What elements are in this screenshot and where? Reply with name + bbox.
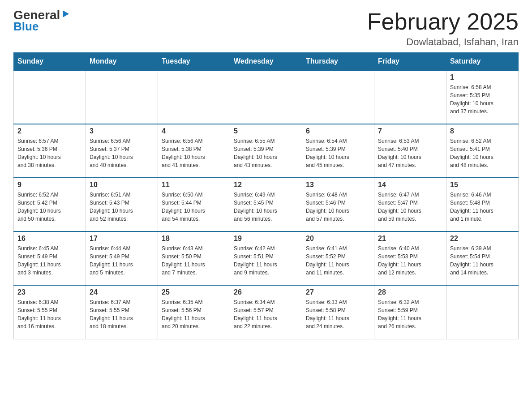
calendar-cell-w2-d3: 4Sunrise: 6:56 AM Sunset: 5:38 PM Daylig…: [158, 124, 230, 178]
day-info: Sunrise: 6:35 AM Sunset: 5:56 PM Dayligh…: [162, 298, 226, 330]
calendar-cell-w2-d6: 7Sunrise: 6:53 AM Sunset: 5:40 PM Daylig…: [374, 124, 446, 178]
day-info: Sunrise: 6:57 AM Sunset: 5:36 PM Dayligh…: [17, 137, 82, 169]
calendar-cell-w4-d2: 17Sunrise: 6:44 AM Sunset: 5:49 PM Dayli…: [86, 231, 158, 285]
calendar-cell-w3-d1: 9Sunrise: 6:52 AM Sunset: 5:42 PM Daylig…: [14, 178, 86, 231]
logo-area: General Blue: [13, 9, 69, 34]
calendar-cell-w2-d4: 5Sunrise: 6:55 AM Sunset: 5:39 PM Daylig…: [230, 124, 302, 178]
day-info: Sunrise: 6:45 AM Sunset: 5:49 PM Dayligh…: [17, 244, 82, 277]
day-info: Sunrise: 6:49 AM Sunset: 5:45 PM Dayligh…: [234, 191, 298, 223]
calendar-week-3: 9Sunrise: 6:52 AM Sunset: 5:42 PM Daylig…: [14, 178, 519, 231]
day-info: Sunrise: 6:50 AM Sunset: 5:44 PM Dayligh…: [162, 191, 226, 223]
col-tuesday: Tuesday: [158, 53, 230, 71]
day-number: 7: [378, 127, 442, 135]
calendar-cell-w1-d6: [374, 70, 446, 124]
calendar-cell-w4-d7: 22Sunrise: 6:39 AM Sunset: 5:54 PM Dayli…: [446, 231, 519, 285]
day-number: 22: [450, 235, 515, 243]
day-number: 12: [234, 181, 298, 189]
calendar-cell-w3-d4: 12Sunrise: 6:49 AM Sunset: 5:45 PM Dayli…: [230, 178, 302, 231]
col-friday: Friday: [374, 53, 446, 71]
calendar-week-4: 16Sunrise: 6:45 AM Sunset: 5:49 PM Dayli…: [14, 231, 519, 285]
day-number: 1: [450, 73, 515, 81]
calendar-cell-w5-d7: [446, 285, 519, 339]
calendar-cell-w2-d5: 6Sunrise: 6:54 AM Sunset: 5:39 PM Daylig…: [302, 124, 374, 178]
page: General Blue February 2025 Dowlatabad, I…: [0, 0, 532, 348]
day-info: Sunrise: 6:43 AM Sunset: 5:50 PM Dayligh…: [162, 244, 226, 277]
day-number: 11: [162, 181, 226, 189]
calendar-cell-w3-d6: 14Sunrise: 6:47 AM Sunset: 5:47 PM Dayli…: [374, 178, 446, 231]
day-number: 21: [378, 235, 442, 243]
calendar-cell-w4-d3: 18Sunrise: 6:43 AM Sunset: 5:50 PM Dayli…: [158, 231, 230, 285]
day-number: 8: [450, 127, 515, 135]
calendar-cell-w1-d7: 1Sunrise: 6:58 AM Sunset: 5:35 PM Daylig…: [446, 70, 519, 124]
col-sunday: Sunday: [14, 53, 86, 71]
col-wednesday: Wednesday: [230, 53, 302, 71]
calendar-cell-w2-d1: 2Sunrise: 6:57 AM Sunset: 5:36 PM Daylig…: [14, 124, 86, 178]
calendar-cell-w4-d6: 21Sunrise: 6:40 AM Sunset: 5:53 PM Dayli…: [374, 231, 446, 285]
day-info: Sunrise: 6:52 AM Sunset: 5:41 PM Dayligh…: [450, 137, 515, 169]
calendar-week-2: 2Sunrise: 6:57 AM Sunset: 5:36 PM Daylig…: [14, 124, 519, 178]
day-info: Sunrise: 6:39 AM Sunset: 5:54 PM Dayligh…: [450, 244, 515, 277]
day-info: Sunrise: 6:38 AM Sunset: 5:55 PM Dayligh…: [17, 298, 82, 330]
title-area: February 2025 Dowlatabad, Isfahan, Iran: [367, 9, 519, 48]
day-info: Sunrise: 6:40 AM Sunset: 5:53 PM Dayligh…: [378, 244, 442, 277]
day-number: 15: [450, 181, 515, 189]
calendar-table: Sunday Monday Tuesday Wednesday Thursday…: [13, 52, 519, 339]
day-number: 23: [17, 288, 82, 296]
logo-blue: Blue: [13, 20, 39, 34]
day-number: 25: [162, 288, 226, 296]
day-info: Sunrise: 6:37 AM Sunset: 5:55 PM Dayligh…: [90, 298, 154, 330]
day-number: 16: [17, 235, 82, 243]
calendar-cell-w3-d2: 10Sunrise: 6:51 AM Sunset: 5:43 PM Dayli…: [86, 178, 158, 231]
day-number: 13: [306, 181, 370, 189]
day-number: 19: [234, 235, 298, 243]
day-number: 20: [306, 235, 370, 243]
day-info: Sunrise: 6:58 AM Sunset: 5:35 PM Dayligh…: [450, 83, 515, 116]
calendar-cell-w3-d7: 15Sunrise: 6:46 AM Sunset: 5:48 PM Dayli…: [446, 178, 519, 231]
day-number: 3: [90, 127, 154, 135]
svg-marker-0: [63, 10, 69, 17]
day-info: Sunrise: 6:42 AM Sunset: 5:51 PM Dayligh…: [234, 244, 298, 277]
day-info: Sunrise: 6:33 AM Sunset: 5:58 PM Dayligh…: [306, 298, 370, 330]
day-info: Sunrise: 6:47 AM Sunset: 5:47 PM Dayligh…: [378, 191, 442, 223]
calendar-week-5: 23Sunrise: 6:38 AM Sunset: 5:55 PM Dayli…: [14, 285, 519, 339]
calendar-cell-w5-d4: 26Sunrise: 6:34 AM Sunset: 5:57 PM Dayli…: [230, 285, 302, 339]
day-number: 28: [378, 288, 442, 296]
day-number: 17: [90, 235, 154, 243]
day-number: 6: [306, 127, 370, 135]
day-number: 9: [17, 181, 82, 189]
calendar-cell-w3-d3: 11Sunrise: 6:50 AM Sunset: 5:44 PM Dayli…: [158, 178, 230, 231]
day-info: Sunrise: 6:54 AM Sunset: 5:39 PM Dayligh…: [306, 137, 370, 169]
calendar-header-row: Sunday Monday Tuesday Wednesday Thursday…: [14, 53, 519, 71]
day-info: Sunrise: 6:53 AM Sunset: 5:40 PM Dayligh…: [378, 137, 442, 169]
col-saturday: Saturday: [446, 53, 519, 71]
calendar-cell-w5-d2: 24Sunrise: 6:37 AM Sunset: 5:55 PM Dayli…: [86, 285, 158, 339]
calendar-cell-w3-d5: 13Sunrise: 6:48 AM Sunset: 5:46 PM Dayli…: [302, 178, 374, 231]
calendar-cell-w1-d3: [158, 70, 230, 124]
day-info: Sunrise: 6:34 AM Sunset: 5:57 PM Dayligh…: [234, 298, 298, 330]
day-info: Sunrise: 6:56 AM Sunset: 5:37 PM Dayligh…: [90, 137, 154, 169]
calendar-cell-w2-d2: 3Sunrise: 6:56 AM Sunset: 5:37 PM Daylig…: [86, 124, 158, 178]
day-number: 24: [90, 288, 154, 296]
day-number: 5: [234, 127, 298, 135]
col-monday: Monday: [86, 53, 158, 71]
calendar-cell-w1-d4: [230, 70, 302, 124]
month-title: February 2025: [367, 9, 519, 34]
calendar-cell-w4-d4: 19Sunrise: 6:42 AM Sunset: 5:51 PM Dayli…: [230, 231, 302, 285]
day-number: 14: [378, 181, 442, 189]
day-number: 18: [162, 235, 226, 243]
calendar-cell-w4-d5: 20Sunrise: 6:41 AM Sunset: 5:52 PM Dayli…: [302, 231, 374, 285]
header: General Blue February 2025 Dowlatabad, I…: [13, 9, 519, 48]
day-info: Sunrise: 6:46 AM Sunset: 5:48 PM Dayligh…: [450, 191, 515, 223]
calendar-cell-w5-d6: 28Sunrise: 6:32 AM Sunset: 5:59 PM Dayli…: [374, 285, 446, 339]
day-number: 10: [90, 181, 154, 189]
calendar-cell-w4-d1: 16Sunrise: 6:45 AM Sunset: 5:49 PM Dayli…: [14, 231, 86, 285]
day-number: 27: [306, 288, 370, 296]
calendar-week-1: 1Sunrise: 6:58 AM Sunset: 5:35 PM Daylig…: [14, 70, 519, 124]
day-info: Sunrise: 6:56 AM Sunset: 5:38 PM Dayligh…: [162, 137, 226, 169]
day-number: 26: [234, 288, 298, 296]
calendar-cell-w5-d3: 25Sunrise: 6:35 AM Sunset: 5:56 PM Dayli…: [158, 285, 230, 339]
calendar-cell-w5-d1: 23Sunrise: 6:38 AM Sunset: 5:55 PM Dayli…: [14, 285, 86, 339]
day-number: 4: [162, 127, 226, 135]
day-info: Sunrise: 6:52 AM Sunset: 5:42 PM Dayligh…: [17, 191, 82, 223]
day-info: Sunrise: 6:48 AM Sunset: 5:46 PM Dayligh…: [306, 191, 370, 223]
